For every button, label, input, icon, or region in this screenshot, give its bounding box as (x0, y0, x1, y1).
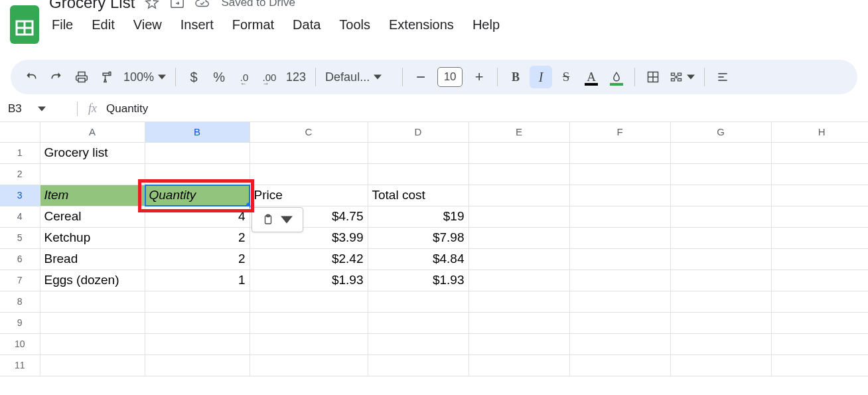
cell-A6[interactable]: Bread (40, 248, 145, 270)
cell-H5[interactable] (771, 227, 868, 248)
cell-E5[interactable] (469, 227, 569, 248)
menu-tools[interactable]: Tools (331, 15, 378, 35)
cell-H9[interactable] (771, 312, 868, 333)
cell-G1[interactable] (670, 142, 771, 163)
cell-G5[interactable] (670, 227, 771, 248)
cell-G10[interactable] (670, 333, 771, 355)
bold-button[interactable]: B (504, 66, 527, 88)
paint-format-button[interactable] (96, 66, 118, 88)
spreadsheet-grid[interactable]: A B C D E F G H 1 Grocery list 2 3 Item … (0, 122, 868, 376)
cell-A8[interactable] (40, 291, 145, 312)
fx-icon[interactable]: fx (88, 102, 97, 116)
cell-C11[interactable] (250, 355, 368, 376)
cell-D7[interactable]: $1.93 (368, 270, 469, 291)
row-header-1[interactable]: 1 (0, 142, 40, 163)
cell-E11[interactable] (469, 355, 569, 376)
cell-E2[interactable] (469, 163, 569, 185)
cell-F2[interactable] (569, 163, 670, 185)
cell-D4[interactable]: $19 (368, 206, 469, 227)
menu-view[interactable]: View (125, 15, 170, 35)
cell-C2[interactable] (250, 163, 368, 185)
zoom-select[interactable]: 100% (121, 70, 169, 84)
cell-E9[interactable] (469, 312, 569, 333)
formula-content[interactable]: Quantity (106, 102, 148, 116)
row-header-5[interactable]: 5 (0, 227, 40, 248)
column-header-B[interactable]: B (145, 122, 250, 142)
cell-E1[interactable] (469, 142, 569, 163)
cell-E8[interactable] (469, 291, 569, 312)
cell-B3[interactable]: Quantity (145, 185, 250, 206)
select-all-corner[interactable] (0, 122, 40, 142)
cell-A10[interactable] (40, 333, 145, 355)
cell-B2[interactable] (145, 163, 250, 185)
cell-G11[interactable] (670, 355, 771, 376)
cell-H11[interactable] (771, 355, 868, 376)
row-header-4[interactable]: 4 (0, 206, 40, 227)
cell-B6[interactable]: 2 (145, 248, 250, 270)
cell-F7[interactable] (569, 270, 670, 291)
row-header-8[interactable]: 8 (0, 291, 40, 312)
cell-D2[interactable] (368, 163, 469, 185)
cell-F5[interactable] (569, 227, 670, 248)
cell-D11[interactable] (368, 355, 469, 376)
decrease-font-size-button[interactable]: − (409, 66, 432, 88)
column-header-D[interactable]: D (368, 122, 469, 142)
cell-A7[interactable]: Eggs (dozen) (40, 270, 145, 291)
cell-C8[interactable] (250, 291, 368, 312)
column-header-E[interactable]: E (469, 122, 569, 142)
move-folder-icon[interactable] (169, 0, 185, 11)
cell-F4[interactable] (569, 206, 670, 227)
cell-A5[interactable]: Ketchup (40, 227, 145, 248)
menu-insert[interactable]: Insert (173, 15, 222, 35)
cloud-saved-icon[interactable] (194, 0, 210, 11)
cell-A2[interactable] (40, 163, 145, 185)
cell-E3[interactable] (469, 185, 569, 206)
undo-button[interactable] (20, 66, 42, 88)
row-header-7[interactable]: 7 (0, 270, 40, 291)
sheets-logo[interactable] (5, 0, 44, 49)
cell-C6[interactable]: $2.42 (250, 248, 368, 270)
cell-D3[interactable]: Total cost (368, 185, 469, 206)
cell-A11[interactable] (40, 355, 145, 376)
cell-F11[interactable] (569, 355, 670, 376)
cell-D5[interactable]: $7.98 (368, 227, 469, 248)
cell-B9[interactable] (145, 312, 250, 333)
cell-E4[interactable] (469, 206, 569, 227)
cell-G2[interactable] (670, 163, 771, 185)
cell-F6[interactable] (569, 248, 670, 270)
horizontal-align-button[interactable] (711, 66, 734, 88)
more-formats-button[interactable]: 123 (283, 70, 309, 84)
cell-H2[interactable] (771, 163, 868, 185)
cell-D8[interactable] (368, 291, 469, 312)
font-select[interactable]: Defaul... (323, 70, 396, 84)
font-size-input[interactable]: 10 (437, 67, 463, 87)
cell-F3[interactable] (569, 185, 670, 206)
row-header-6[interactable]: 6 (0, 248, 40, 270)
cell-G6[interactable] (670, 248, 771, 270)
cell-H8[interactable] (771, 291, 868, 312)
cell-E6[interactable] (469, 248, 569, 270)
format-currency-button[interactable]: $ (182, 66, 205, 88)
cell-F9[interactable] (569, 312, 670, 333)
menu-help[interactable]: Help (465, 15, 508, 35)
strikethrough-button[interactable]: S (555, 66, 577, 88)
column-header-F[interactable]: F (569, 122, 670, 142)
cell-G4[interactable] (670, 206, 771, 227)
document-title[interactable]: Grocery List (49, 0, 135, 12)
cell-C3[interactable]: Price (250, 185, 368, 206)
cell-C9[interactable] (250, 312, 368, 333)
menu-format[interactable]: Format (224, 15, 282, 35)
row-header-3[interactable]: 3 (0, 185, 40, 206)
menu-extensions[interactable]: Extensions (381, 15, 462, 35)
cell-C1[interactable] (250, 142, 368, 163)
row-header-2[interactable]: 2 (0, 163, 40, 185)
text-color-button[interactable]: A (580, 66, 603, 88)
cell-H7[interactable] (771, 270, 868, 291)
row-header-9[interactable]: 9 (0, 312, 40, 333)
print-button[interactable] (70, 66, 93, 88)
cell-F8[interactable] (569, 291, 670, 312)
cell-E10[interactable] (469, 333, 569, 355)
cell-H10[interactable] (771, 333, 868, 355)
cell-G8[interactable] (670, 291, 771, 312)
cell-D10[interactable] (368, 333, 469, 355)
